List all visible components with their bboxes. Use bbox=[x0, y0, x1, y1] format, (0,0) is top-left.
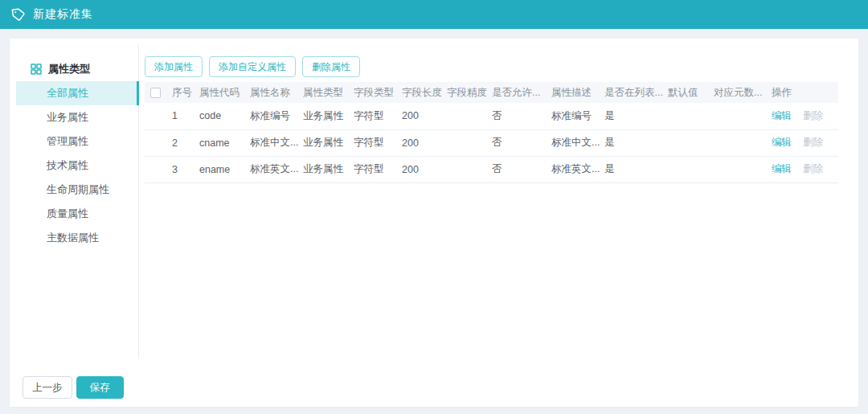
add-custom-attribute-button[interactable]: 添加自定义属性 bbox=[209, 56, 296, 77]
content-card: 属性类型 全部属性 业务属性 管理属性 技术属性 生命周期属性 质量属性 主数据… bbox=[10, 39, 858, 407]
cell-metadata bbox=[710, 103, 768, 129]
cell-seq: 1 bbox=[169, 103, 196, 129]
cell-default-value bbox=[665, 103, 710, 129]
col-actions: 操作 bbox=[768, 82, 838, 103]
cell-field-type: 字符型 bbox=[350, 156, 399, 182]
cell-attr-name: 标准编号 bbox=[247, 103, 300, 129]
save-button[interactable]: 保存 bbox=[76, 376, 124, 399]
table-row: 1 code 标准编号 业务属性 字符型 200 否 标准编号 是 编辑删除 bbox=[145, 103, 838, 129]
sidebar-item-technical-attributes[interactable]: 技术属性 bbox=[16, 154, 138, 178]
cell-seq: 3 bbox=[169, 156, 196, 182]
col-field-length: 字段长度 bbox=[399, 82, 444, 103]
cell-allow-null: 否 bbox=[489, 156, 548, 182]
page-title: 新建标准集 bbox=[33, 7, 93, 22]
attribute-table: 序号 属性代码 属性名称 属性类型 字段类型 字段长度 字段精度 是否允许...… bbox=[145, 82, 838, 183]
sidebar-item-masterdata-attributes[interactable]: 主数据属性 bbox=[16, 226, 138, 250]
toolbar: 添加属性 添加自定义属性 删除属性 bbox=[145, 56, 858, 77]
cell-metadata bbox=[710, 129, 768, 156]
cell-attr-type: 业务属性 bbox=[300, 129, 350, 156]
sidebar-item-all-attributes[interactable]: 全部属性 bbox=[16, 81, 138, 105]
add-attribute-button[interactable]: 添加属性 bbox=[145, 56, 203, 77]
col-attr-code: 属性代码 bbox=[196, 82, 247, 103]
row-checkbox-cell bbox=[145, 129, 169, 156]
row-checkbox-cell bbox=[145, 103, 169, 129]
cell-attr-code: ename bbox=[196, 156, 247, 182]
col-description: 属性描述 bbox=[548, 82, 601, 103]
sidebar-item-quality-attributes[interactable]: 质量属性 bbox=[16, 202, 138, 226]
col-attr-name: 属性名称 bbox=[247, 82, 300, 103]
tag-icon bbox=[10, 6, 27, 23]
cell-allow-null: 否 bbox=[489, 103, 548, 129]
edit-link[interactable]: 编辑 bbox=[772, 110, 792, 121]
cell-metadata bbox=[710, 156, 768, 182]
cell-field-precision bbox=[444, 129, 489, 156]
cell-attr-code: code bbox=[196, 103, 247, 129]
cell-description: 标准中文... bbox=[548, 129, 601, 156]
row-checkbox-cell bbox=[145, 156, 169, 182]
col-metadata: 对应元数... bbox=[710, 82, 768, 103]
col-seq: 序号 bbox=[169, 82, 196, 103]
cell-attr-type: 业务属性 bbox=[300, 156, 350, 182]
cell-actions: 编辑删除 bbox=[768, 156, 838, 182]
delete-link[interactable]: 删除 bbox=[803, 163, 823, 174]
sidebar-item-management-attributes[interactable]: 管理属性 bbox=[16, 129, 138, 154]
cell-attr-name: 标准英文... bbox=[247, 156, 300, 182]
previous-step-button[interactable]: 上一步 bbox=[23, 376, 72, 399]
cell-field-precision bbox=[444, 103, 489, 129]
cell-attr-code: cname bbox=[196, 129, 247, 156]
cell-allow-null: 否 bbox=[489, 129, 548, 156]
col-default-value: 默认值 bbox=[665, 82, 710, 103]
cell-in-list: 是 bbox=[601, 103, 665, 129]
sidebar-item-business-attributes[interactable]: 业务属性 bbox=[16, 105, 138, 129]
cell-description: 标准编号 bbox=[548, 103, 601, 129]
cell-field-length: 200 bbox=[399, 129, 444, 156]
select-all-checkbox[interactable] bbox=[150, 88, 161, 98]
cell-default-value bbox=[665, 129, 710, 156]
grid-icon bbox=[31, 64, 42, 75]
sidebar-header: 属性类型 bbox=[10, 57, 138, 81]
col-allow-null: 是否允许... bbox=[489, 82, 548, 103]
cell-actions: 编辑删除 bbox=[768, 129, 838, 156]
col-field-precision: 字段精度 bbox=[444, 82, 489, 103]
cell-attr-name: 标准中文... bbox=[247, 129, 300, 156]
table-header-row: 序号 属性代码 属性名称 属性类型 字段类型 字段长度 字段精度 是否允许...… bbox=[145, 82, 838, 103]
page-header: 新建标准集 bbox=[0, 0, 868, 29]
sidebar-title: 属性类型 bbox=[48, 62, 90, 76]
cell-field-type: 字符型 bbox=[350, 103, 399, 129]
delete-attribute-button[interactable]: 删除属性 bbox=[302, 56, 360, 77]
footer-actions: 上一步 保存 bbox=[23, 376, 124, 399]
cell-default-value bbox=[665, 156, 710, 182]
edit-link[interactable]: 编辑 bbox=[772, 137, 792, 148]
cell-field-precision bbox=[444, 156, 489, 182]
cell-in-list: 是 bbox=[601, 156, 665, 182]
delete-link[interactable]: 删除 bbox=[803, 110, 823, 121]
cell-actions: 编辑删除 bbox=[768, 103, 838, 129]
edit-link[interactable]: 编辑 bbox=[772, 163, 792, 174]
cell-field-length: 200 bbox=[399, 103, 444, 129]
col-in-list: 是否在列表... bbox=[601, 82, 665, 103]
delete-link[interactable]: 删除 bbox=[803, 137, 823, 148]
table-row: 3 ename 标准英文... 业务属性 字符型 200 否 标准英文... 是 bbox=[145, 156, 838, 182]
cell-attr-type: 业务属性 bbox=[300, 103, 350, 129]
cell-field-length: 200 bbox=[399, 156, 444, 182]
attribute-type-sidebar: 属性类型 全部属性 业务属性 管理属性 技术属性 生命周期属性 质量属性 主数据… bbox=[10, 44, 139, 359]
cell-description: 标准英文... bbox=[548, 156, 601, 182]
col-field-type: 字段类型 bbox=[350, 82, 399, 103]
col-attr-type: 属性类型 bbox=[300, 82, 350, 103]
main-panel: 添加属性 添加自定义属性 删除属性 序号 属性代码 属性名称 bbox=[139, 44, 858, 359]
cell-field-type: 字符型 bbox=[350, 129, 399, 156]
table-row: 2 cname 标准中文... 业务属性 字符型 200 否 标准中文... 是 bbox=[145, 129, 838, 156]
sidebar-item-lifecycle-attributes[interactable]: 生命周期属性 bbox=[16, 178, 138, 202]
cell-seq: 2 bbox=[169, 129, 196, 156]
cell-in-list: 是 bbox=[601, 129, 665, 156]
